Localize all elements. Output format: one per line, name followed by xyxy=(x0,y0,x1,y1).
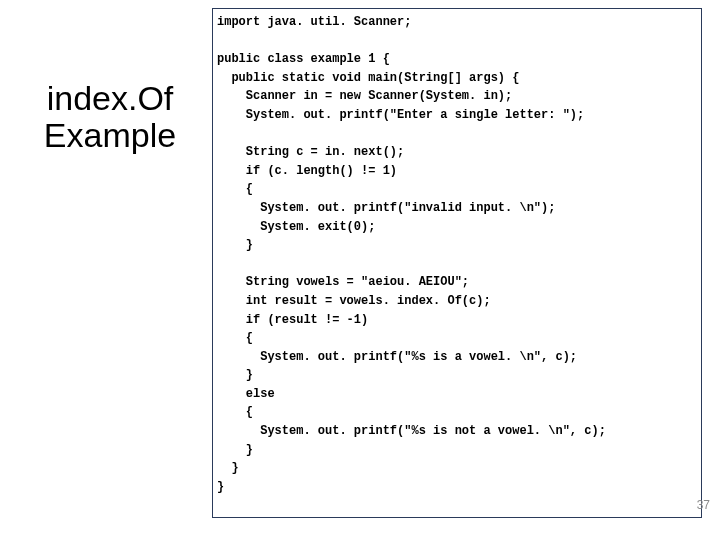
slide-number: 37 xyxy=(697,498,710,512)
title-line1: index.Of xyxy=(20,80,200,117)
code-box: import java. util. Scanner; public class… xyxy=(212,8,702,518)
title-line2: Example xyxy=(20,117,200,154)
slide-title: index.Of Example xyxy=(20,80,200,155)
code-content: import java. util. Scanner; public class… xyxy=(217,13,697,496)
